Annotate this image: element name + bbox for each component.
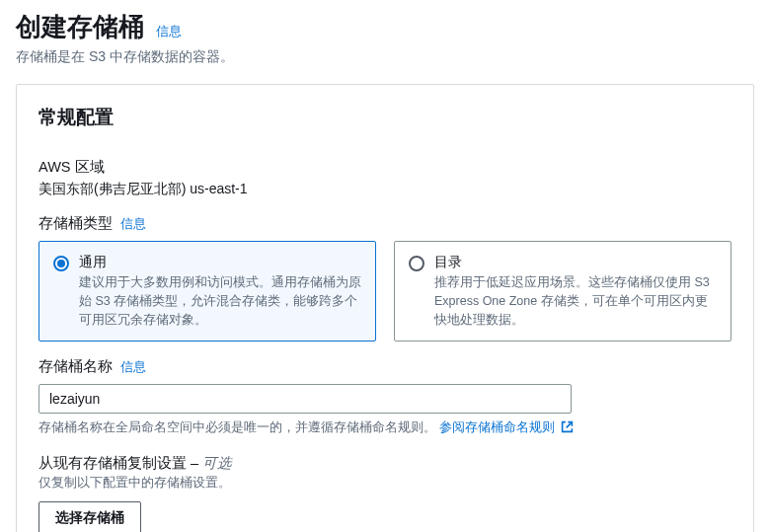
bucket-type-info-link[interactable]: 信息 [120,215,146,233]
radio-desc: 推荐用于低延迟应用场景。这些存储桶仅使用 S3 Express One Zone… [434,273,717,329]
bucket-type-label: 存储桶类型 [38,214,113,233]
bucket-name-hint: 存储桶名称在全局命名空间中必须是唯一的，并遵循存储桶命名规则。 参阅存储桶命名规… [38,419,732,436]
region-label: AWS 区域 [38,158,732,177]
radio-icon [409,256,424,271]
bucket-type-option-directory[interactable]: 目录 推荐用于低延迟应用场景。这些存储桶仅使用 S3 Express One Z… [394,241,732,342]
panel-title: 常规配置 [38,105,732,130]
bucket-type-option-general[interactable]: 通用 建议用于大多数用例和访问模式。通用存储桶为原始 S3 存储桶类型，允许混合… [38,241,376,342]
radio-title: 目录 [434,254,717,271]
radio-desc: 建议用于大多数用例和访问模式。通用存储桶为原始 S3 存储桶类型，允许混合存储类… [79,273,361,329]
external-link-icon [561,420,574,436]
page-info-link[interactable]: 信息 [156,23,182,40]
bucket-name-input[interactable] [38,384,572,414]
page-subtitle: 存储桶是在 S3 中存储数据的容器。 [16,48,754,66]
bucket-type-radio-group: 通用 建议用于大多数用例和访问模式。通用存储桶为原始 S3 存储桶类型，允许混合… [38,241,732,342]
choose-bucket-button[interactable]: 选择存储桶 [38,501,141,532]
copy-settings-sub: 仅复制以下配置中的存储桶设置。 [38,475,732,492]
bucket-name-info-link[interactable]: 信息 [120,358,146,376]
region-value: 美国东部(弗吉尼亚北部) us-east-1 [38,181,732,198]
general-config-panel: 常规配置 AWS 区域 美国东部(弗吉尼亚北部) us-east-1 存储桶类型… [16,84,754,532]
radio-icon [53,256,69,271]
naming-rules-link[interactable]: 参阅存储桶命名规则 [439,420,573,434]
radio-title: 通用 [79,254,361,271]
page-title: 创建存储桶 [16,10,144,44]
bucket-name-label: 存储桶名称 [38,357,113,376]
copy-settings-heading: 从现有存储桶复制设置 – 可选 [38,454,732,473]
